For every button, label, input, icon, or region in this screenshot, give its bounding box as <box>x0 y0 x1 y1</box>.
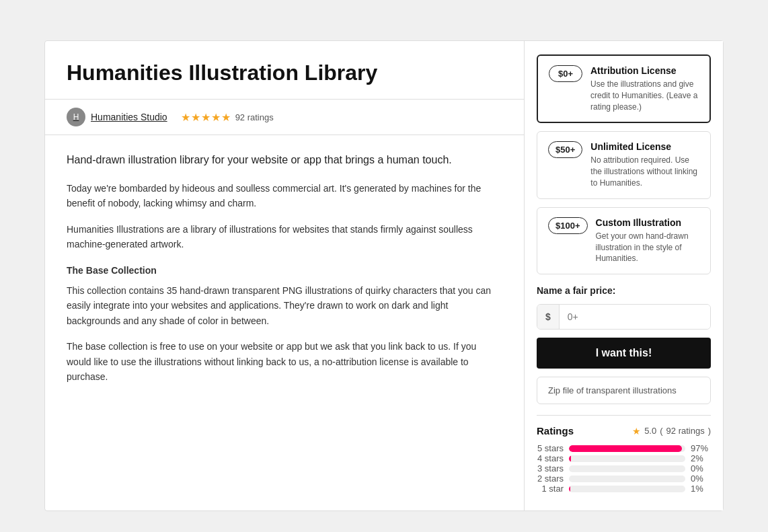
desc-para-3: Humanities Illustrations are a library o… <box>67 222 502 252</box>
bar-label-4: 1 star <box>537 484 564 494</box>
ratings-count: ( <box>660 426 662 436</box>
price-input-wrapper: $ <box>537 304 711 330</box>
collection-header: The Base Collection <box>67 263 502 278</box>
bar-pct-1: 2% <box>691 453 711 463</box>
ratings-section: Ratings ★ 5.0 (92 ratings) 5 stars 97% 4… <box>537 415 711 494</box>
bar-fill-0 <box>569 445 682 452</box>
bar-pct-4: 1% <box>691 484 711 494</box>
bar-track-4 <box>569 486 685 492</box>
rating-count: 92 ratings <box>235 112 274 122</box>
license-title-0: Attribution License <box>590 65 699 76</box>
ratings-count-val: 92 ratings <box>666 426 705 436</box>
right-column: $0+ Attribution License Use the illustra… <box>525 41 723 510</box>
bar-fill-4 <box>569 486 570 492</box>
product-title: Humanities Illustration Library <box>67 60 502 85</box>
bar-track-0 <box>569 445 685 452</box>
bar-pct-2: 0% <box>691 463 711 473</box>
rating-bar-row-2: 3 stars 0% <box>537 463 711 473</box>
bar-pct-0: 97% <box>691 443 711 453</box>
avatar-initial: H <box>73 112 79 122</box>
left-column: Humanities Illustration Library H Humani… <box>45 41 525 510</box>
price-input[interactable] <box>560 305 710 329</box>
desc-para-4: This collection contains 35 hand-drawn t… <box>67 283 502 328</box>
currency-symbol: $ <box>537 305 560 329</box>
stars-display: ★★★★★ <box>181 111 231 124</box>
author-name: Humanities Studio <box>91 112 167 122</box>
rating-bar-row-1: 4 stars 2% <box>537 453 711 463</box>
bar-pct-3: 0% <box>691 473 711 484</box>
ratings-summary: ★ 5.0 (92 ratings) <box>632 426 711 436</box>
desc-para-2: Today we're bombarded by hideous and sou… <box>67 181 502 211</box>
license-title-1: Unlimited License <box>590 141 699 152</box>
bar-label-2: 3 stars <box>537 463 564 473</box>
bar-track-3 <box>569 476 685 482</box>
bar-track-2 <box>569 465 685 472</box>
bar-fill-1 <box>569 455 571 462</box>
license-info-1: Unlimited License No attribution require… <box>590 141 699 188</box>
license-card-attribution[interactable]: $0+ Attribution License Use the illustra… <box>537 54 711 123</box>
license-desc-1: No attribution required. Use the illustr… <box>590 155 699 188</box>
rating-bar-row-0: 5 stars 97% <box>537 443 711 453</box>
bar-label-3: 2 stars <box>537 473 564 484</box>
rating-area: ★★★★★ 92 ratings <box>181 111 274 124</box>
rating-bar-row-4: 1 star 1% <box>537 484 711 494</box>
bar-label-1: 4 stars <box>537 453 564 463</box>
license-desc-0: Use the illustrations and give credit to… <box>590 79 699 112</box>
license-card-unlimited[interactable]: $50+ Unlimited License No attribution re… <box>537 131 711 198</box>
license-card-custom[interactable]: $100+ Custom Illustration Get your own h… <box>537 207 711 274</box>
license-price-2: $100+ <box>548 217 588 234</box>
license-price-1: $50+ <box>548 141 582 158</box>
license-info-0: Attribution License Use the illustration… <box>590 65 699 112</box>
ratings-title: Ratings <box>537 425 574 436</box>
ratings-header: Ratings ★ 5.0 (92 ratings) <box>537 425 711 436</box>
rating-bars: 5 stars 97% 4 stars 2% 3 stars 0% 2 star… <box>537 443 711 494</box>
author-row: H Humanities Studio ★★★★★ 92 ratings <box>45 100 524 135</box>
desc-para-5: The base collection is free to use on yo… <box>67 339 502 384</box>
license-info-2: Custom Illustration Get your own hand-dr… <box>596 217 699 264</box>
license-price-0: $0+ <box>549 65 582 82</box>
bar-track-1 <box>569 455 685 462</box>
author-link[interactable]: H Humanities Studio <box>67 108 167 126</box>
summary-star-icon: ★ <box>632 426 641 436</box>
rating-bar-row-3: 2 stars 0% <box>537 473 711 484</box>
desc-para-1: Hand-drawn illustration library for your… <box>67 151 502 169</box>
fair-price-label: Name a fair price: <box>537 285 711 296</box>
license-title-2: Custom Illustration <box>596 217 699 228</box>
page-wrapper: Humanities Illustration Library H Humani… <box>0 0 768 532</box>
main-card: Humanities Illustration Library H Humani… <box>44 40 724 511</box>
avatar: H <box>67 108 85 126</box>
want-button[interactable]: I want this! <box>537 338 711 369</box>
product-include: Zip file of transparent illustrations <box>537 377 711 404</box>
product-title-area: Humanities Illustration Library <box>45 41 524 100</box>
bar-label-0: 5 stars <box>537 443 564 453</box>
product-description: Hand-drawn illustration library for your… <box>45 135 524 510</box>
ratings-score: 5.0 <box>644 426 656 436</box>
license-desc-2: Get your own hand-drawn illustration in … <box>596 231 699 264</box>
